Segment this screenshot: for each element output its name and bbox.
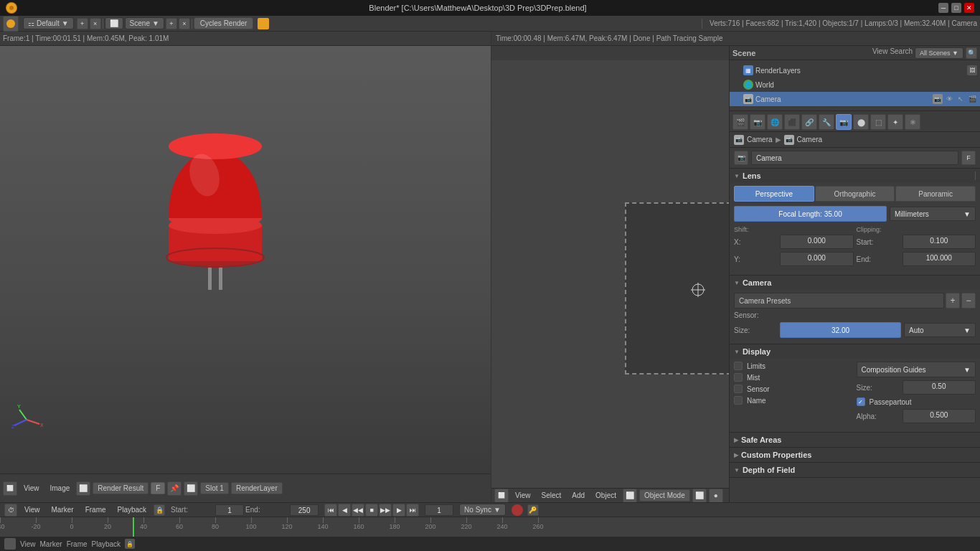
step-forward-btn[interactable]: ▶ (392, 504, 405, 517)
blender-version-icon[interactable] (258, 18, 269, 29)
scene-props-icon[interactable]: 📷 (750, 114, 765, 130)
modifier-props-icon[interactable]: 🔧 (819, 114, 834, 130)
remove-preset-btn[interactable]: − (961, 293, 976, 309)
depth-of-field-header[interactable]: ▼ Depth of Field (730, 463, 980, 477)
jump-end-btn[interactable]: ⏭ (406, 504, 419, 517)
remove-scene-button[interactable]: × (179, 18, 190, 29)
camera-icon-2[interactable]: 📷 (933, 94, 943, 104)
view-icon-btn[interactable]: ⬜ (3, 481, 17, 496)
view-menu-label[interactable]: View (19, 483, 44, 494)
sensor-type-dropdown[interactable]: Auto ▼ (904, 323, 976, 337)
end-frame-field[interactable]: 250 (290, 504, 319, 516)
object-props-icon[interactable]: ⬛ (784, 114, 800, 130)
mist-checkbox[interactable] (734, 373, 743, 382)
close-button[interactable]: ✕ (964, 3, 974, 13)
scene-dropdown[interactable]: Scene ▼ (125, 17, 164, 29)
sync-mode-dropdown[interactable]: No Sync ▼ (459, 504, 506, 516)
display-section-header[interactable]: ▼ Display (730, 344, 980, 359)
render-layer-btn[interactable]: RenderLayer (231, 482, 283, 494)
status-view[interactable]: View (20, 540, 36, 548)
lens-section-header[interactable]: ▼ Lens (730, 169, 980, 183)
safe-areas-header[interactable]: ▶ Safe Areas (730, 433, 980, 447)
select-menu-btn[interactable]: Select (537, 490, 566, 501)
focal-unit-dropdown[interactable]: Millimeters ▼ (890, 207, 976, 221)
view-mode-icon[interactable]: ⬜ (494, 489, 509, 503)
sensor-size-field[interactable]: 32.00 (780, 322, 901, 338)
add-preset-btn[interactable]: + (946, 293, 960, 309)
status-frame[interactable]: Frame (67, 540, 88, 548)
panoramic-tab[interactable]: Panoramic (895, 186, 976, 202)
passepartout-checkbox[interactable]: ✓ (857, 397, 865, 406)
view3d-icon[interactable]: ● (709, 489, 723, 503)
transform-icon[interactable]: ⬜ (623, 489, 637, 503)
display-size-field[interactable]: 0.50 (903, 380, 976, 395)
orthographic-tab[interactable]: Orthographic (815, 186, 895, 202)
all-scenes-dropdown[interactable]: All Scenes ▼ (915, 47, 963, 59)
texture-props-icon[interactable]: ⬚ (870, 114, 886, 130)
status-lock-icon[interactable]: 🔒 (125, 539, 135, 549)
render-result-dropdown[interactable]: Render Result (93, 482, 149, 494)
view-menu-outliner[interactable]: View (872, 47, 888, 59)
shift-y-field[interactable]: 0.000 (780, 252, 854, 266)
viewport-icon[interactable]: ⬜ (692, 489, 707, 503)
view-menu-btn[interactable]: View (511, 490, 535, 501)
tree-item-world[interactable]: 🌐 World (730, 77, 980, 92)
maximize-button[interactable]: □ (951, 3, 961, 13)
search-menu-outliner[interactable]: Search (890, 47, 913, 59)
slot-btn[interactable]: Slot 1 (200, 482, 229, 494)
add-screen-button[interactable]: + (77, 18, 88, 29)
stop-btn[interactable]: ■ (365, 504, 378, 517)
tree-item-renderlayers[interactable]: ▦ RenderLayers 🖼 (730, 63, 980, 77)
blender-icon-button[interactable] (3, 16, 19, 32)
data-props-icon[interactable]: 📷 (836, 114, 852, 130)
add-menu-btn[interactable]: Add (567, 490, 589, 501)
clipping-end-field[interactable]: 100.000 (903, 252, 976, 266)
frame-menu[interactable]: Frame (81, 504, 110, 515)
limits-checkbox[interactable] (734, 362, 743, 370)
play-reverse-btn[interactable]: ◀◀ (352, 504, 364, 517)
step-back-btn[interactable]: ◀ (338, 504, 351, 517)
start-frame-field[interactable]: 1 (215, 504, 244, 516)
camera-presets-dropdown[interactable]: Camera Presets (734, 293, 944, 309)
sensor-checkbox[interactable] (734, 385, 743, 393)
guides-dropdown[interactable]: Composition Guides ▼ (857, 362, 976, 377)
status-icon-left[interactable] (4, 538, 16, 550)
clipping-start-field[interactable]: 0.100 (903, 235, 976, 249)
add-scene-button[interactable]: + (166, 18, 177, 29)
camera-cursor-icon[interactable]: ↖ (956, 94, 966, 104)
camera-section-header[interactable]: ▼ Camera (730, 276, 980, 290)
pin-icon[interactable]: 📌 (167, 481, 182, 496)
object-mode-btn[interactable]: Object Mode (639, 489, 690, 501)
render-type-icon[interactable]: ⬜ (76, 481, 90, 496)
focal-length-btn[interactable]: Focal Length: 35.00 (734, 206, 887, 222)
marker-menu[interactable]: Marker (47, 504, 78, 515)
render-props-icon[interactable]: 🎬 (732, 114, 748, 130)
timeline-editor-icon[interactable]: ⏱ (4, 504, 17, 517)
shift-x-field[interactable]: 0.000 (780, 235, 854, 249)
render-engine-dropdown[interactable]: Cycles Render (194, 17, 254, 29)
search-icon[interactable]: 🔍 (966, 47, 977, 59)
render-result-btn[interactable]: Render Result (93, 482, 149, 494)
perspective-tab[interactable]: Perspective (734, 186, 814, 202)
image-menu-label[interactable]: Image (46, 483, 75, 494)
jump-start-btn[interactable]: ⏮ (324, 504, 337, 517)
particles-props-icon[interactable]: ✦ (887, 114, 903, 130)
record-btn[interactable] (512, 504, 523, 516)
remove-screen-button[interactable]: × (90, 18, 101, 29)
status-playback[interactable]: Playback (92, 540, 121, 548)
renderlayers-img-icon[interactable]: 🖼 (967, 65, 977, 75)
tree-item-camera[interactable]: 📷 Camera 📷 👁 ↖ 🎬 (730, 92, 980, 106)
camera-name-field[interactable]: Camera (751, 151, 958, 165)
slot-icon[interactable]: ⬜ (184, 481, 198, 496)
playback-menu[interactable]: Playback (113, 504, 151, 515)
object-menu-btn[interactable]: Object (591, 490, 621, 501)
status-marker[interactable]: Marker (40, 540, 62, 548)
minimize-button[interactable]: ─ (938, 3, 948, 13)
view-icon-dropdown[interactable]: ⬜ (105, 17, 123, 29)
alpha-field[interactable]: 0.500 (903, 409, 976, 423)
play-btn[interactable]: ▶▶ (379, 504, 392, 517)
camera-render-icon[interactable]: 🎬 (967, 94, 977, 104)
view-timeline-menu[interactable]: View (20, 504, 44, 515)
f-key-btn[interactable]: F (961, 151, 976, 165)
physics-props-icon[interactable]: ⚛ (905, 114, 920, 130)
